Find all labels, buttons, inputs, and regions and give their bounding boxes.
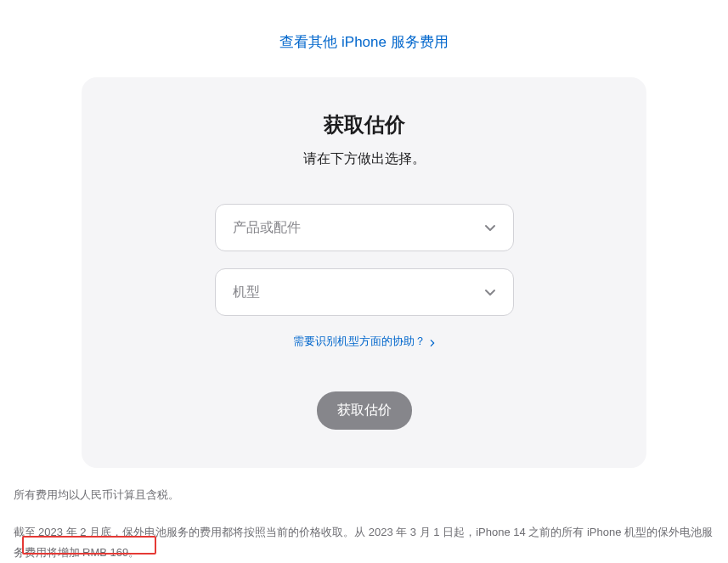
- help-link-label: 需要识别机型方面的协助？: [293, 334, 426, 349]
- chevron-down-icon: [484, 222, 496, 234]
- product-select-placeholder: 产品或配件: [233, 219, 484, 237]
- card-subtitle: 请在下方做出选择。: [116, 150, 612, 168]
- footnote-currency: 所有费用均以人民币计算且含税。: [14, 487, 715, 504]
- footnote-price-notice: 截至 2023 年 2 月底，保外电池服务的费用都将按照当前的价格收取。从 20…: [14, 522, 715, 564]
- estimate-card: 获取估价 请在下方做出选择。 产品或配件 机型 需要识别机型方面的协助？ 获取估…: [82, 77, 646, 468]
- model-select[interactable]: 机型: [215, 268, 514, 316]
- identify-model-help-link[interactable]: 需要识别机型方面的协助？: [293, 334, 436, 349]
- other-iphone-service-link[interactable]: 查看其他 iPhone 服务费用: [279, 34, 448, 50]
- card-title: 获取估价: [116, 111, 612, 138]
- chevron-down-icon: [484, 286, 496, 298]
- product-select[interactable]: 产品或配件: [215, 204, 514, 251]
- model-select-placeholder: 机型: [233, 284, 484, 301]
- chevron-right-icon: [429, 337, 436, 346]
- get-estimate-button[interactable]: 获取估价: [317, 391, 412, 430]
